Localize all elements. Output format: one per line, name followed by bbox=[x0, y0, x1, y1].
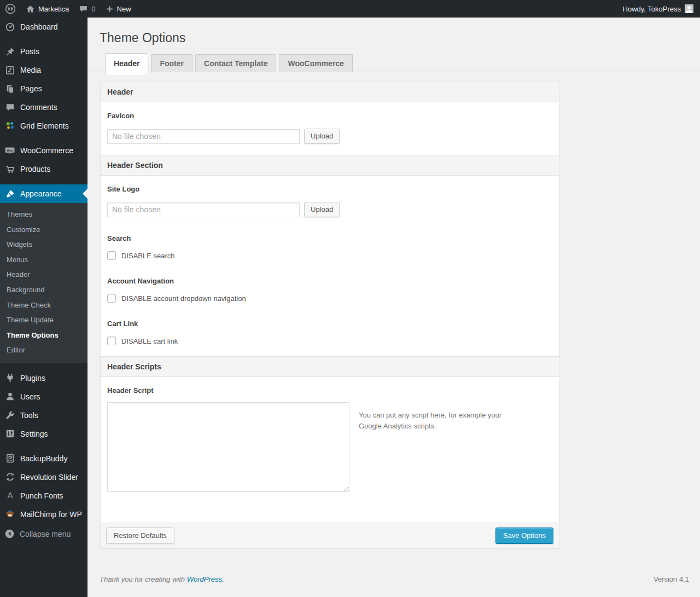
sidebar-item-settings[interactable]: Settings bbox=[0, 425, 88, 443]
sidebar-item-grid-elements[interactable]: Grid Elements bbox=[0, 117, 88, 135]
favicon-field: Favicon Upload bbox=[107, 112, 548, 144]
submenu-item-header[interactable]: Header bbox=[0, 267, 88, 282]
theme-options-panel: Header Favicon Upload Header Section Sit… bbox=[100, 82, 559, 549]
grid-elements-icon bbox=[4, 120, 15, 131]
plus-icon bbox=[106, 5, 114, 13]
disable-search-checkbox[interactable] bbox=[107, 251, 116, 260]
sidebar-item-backupbuddy[interactable]: BackupBuddy bbox=[0, 449, 88, 468]
menu-separator bbox=[0, 178, 88, 184]
disable-account-navigation-label[interactable]: DISABLE account dropdown navigation bbox=[121, 294, 246, 303]
sidebar-item-products[interactable]: Products bbox=[0, 160, 88, 178]
sidebar-item-revolution-slider[interactable]: Revolution Slider bbox=[0, 468, 88, 486]
tab-contact-template[interactable]: Contact Template bbox=[195, 54, 276, 72]
account-navigation-field: Account Navigation DISABLE account dropd… bbox=[107, 277, 548, 303]
new-content-menu[interactable]: New bbox=[101, 0, 136, 18]
sidebar-item-comments[interactable]: Comments bbox=[0, 98, 88, 117]
sidebar-item-woocommerce[interactable]: Woo WooCommerce bbox=[0, 141, 88, 160]
sidebar-item-dashboard[interactable]: Dashboard bbox=[0, 18, 88, 36]
disable-account-navigation-checkbox[interactable] bbox=[107, 294, 116, 303]
svg-text:A: A bbox=[7, 491, 13, 500]
menu-separator bbox=[0, 135, 88, 141]
submenu-label: Themes bbox=[7, 210, 32, 218]
howdy-text: Howdy, TokoPress bbox=[623, 5, 681, 13]
submenu-item-background[interactable]: Background bbox=[0, 282, 88, 298]
backup-box-icon bbox=[4, 453, 15, 464]
section-header-section-title: Header Section bbox=[101, 155, 559, 176]
footer-thanks-text: Thank you for creating with WordPress. bbox=[100, 575, 224, 583]
sidebar-item-posts[interactable]: Posts bbox=[0, 42, 88, 61]
section-header-title: Header bbox=[101, 82, 559, 102]
menu-separator bbox=[0, 36, 88, 42]
restore-defaults-button[interactable]: Restore Defaults bbox=[106, 528, 174, 544]
site-logo-file-input[interactable] bbox=[107, 202, 300, 217]
dashboard-icon bbox=[4, 21, 15, 32]
collapse-menu-button[interactable]: Collapse menu bbox=[0, 525, 88, 543]
section-header-section-body: Site Logo Upload Search DISABLE search A… bbox=[101, 176, 559, 356]
sidebar-item-label: Posts bbox=[20, 47, 39, 56]
wordpress-logo-icon bbox=[5, 3, 16, 14]
search-field: Search DISABLE search bbox=[107, 234, 548, 260]
sidebar-item-label: Users bbox=[20, 392, 40, 401]
sidebar-item-label: WooCommerce bbox=[20, 146, 73, 155]
submenu-label: Editor bbox=[7, 346, 25, 354]
sidebar-item-plugins[interactable]: Plugins bbox=[0, 369, 88, 387]
plugin-icon bbox=[4, 373, 15, 384]
new-label: New bbox=[117, 5, 131, 13]
appearance-brush-icon bbox=[4, 188, 15, 199]
favicon-label: Favicon bbox=[107, 112, 548, 120]
footer-version: Version 4.1 bbox=[654, 575, 689, 583]
submenu-label: Theme Update bbox=[7, 316, 54, 324]
footer-thanks-prefix: Thank you for creating with bbox=[100, 575, 187, 583]
submenu-item-theme-check[interactable]: Theme Check bbox=[0, 298, 88, 313]
tab-footer[interactable]: Footer bbox=[151, 54, 192, 72]
sidebar-item-media[interactable]: Media bbox=[0, 61, 88, 79]
admin-bar: Marketica 0 New Howdy, TokoPress bbox=[0, 0, 700, 18]
header-script-textarea[interactable] bbox=[107, 402, 349, 492]
section-header-scripts-title: Header Scripts bbox=[101, 356, 559, 377]
submenu-item-theme-options[interactable]: Theme Options bbox=[0, 328, 88, 343]
comments-count: 0 bbox=[91, 5, 95, 13]
submenu-item-menus[interactable]: Menus bbox=[0, 252, 88, 268]
account-navigation-label: Account Navigation bbox=[107, 277, 548, 286]
sidebar-item-mailchimp[interactable]: MailChimp for WP bbox=[0, 505, 88, 524]
sidebar-item-label: Products bbox=[20, 165, 50, 173]
submenu-label: Background bbox=[7, 286, 44, 294]
submenu-item-theme-update[interactable]: Theme Update bbox=[0, 312, 88, 328]
site-logo-upload-button[interactable]: Upload bbox=[304, 202, 340, 217]
appearance-submenu: Themes Customize Widgets Menus Header Ba… bbox=[0, 203, 88, 363]
tab-woocommerce[interactable]: WooCommerce bbox=[279, 54, 352, 72]
my-account-menu[interactable]: Howdy, TokoPress bbox=[616, 4, 700, 13]
wordpress-link[interactable]: WordPress. bbox=[187, 575, 224, 583]
disable-cart-link-label[interactable]: DISABLE cart link bbox=[121, 337, 178, 345]
site-link[interactable]: Marketica bbox=[21, 0, 74, 18]
site-logo-label: Site Logo bbox=[107, 185, 548, 194]
comments-admin-bar[interactable]: 0 bbox=[74, 0, 100, 18]
submenu-label: Menus bbox=[7, 256, 28, 264]
sidebar-item-label: Dashboard bbox=[20, 22, 58, 31]
save-options-button[interactable]: Save Options bbox=[495, 528, 553, 544]
sidebar-item-label: BackupBuddy bbox=[20, 454, 67, 463]
sidebar-item-users[interactable]: Users bbox=[0, 387, 88, 406]
disable-search-label[interactable]: DISABLE search bbox=[121, 252, 175, 260]
submenu-item-widgets[interactable]: Widgets bbox=[0, 237, 88, 252]
wrench-icon bbox=[4, 410, 15, 421]
favicon-upload-button[interactable]: Upload bbox=[304, 129, 340, 144]
sidebar-item-pages[interactable]: Pages bbox=[0, 79, 88, 98]
tab-header[interactable]: Header bbox=[105, 53, 148, 75]
user-icon bbox=[4, 391, 15, 402]
menu-separator bbox=[0, 443, 88, 449]
disable-cart-link-checkbox[interactable] bbox=[107, 337, 116, 345]
sidebar-item-appearance[interactable]: Appearance bbox=[0, 184, 88, 203]
submenu-item-themes[interactable]: Themes bbox=[0, 207, 88, 222]
sidebar-item-label: Media bbox=[20, 66, 41, 74]
submenu-item-customize[interactable]: Customize bbox=[0, 222, 88, 237]
wordpress-logo-menu[interactable] bbox=[0, 0, 21, 18]
favicon-file-input[interactable] bbox=[107, 129, 300, 144]
sidebar-item-punch-fonts[interactable]: A Punch Fonts bbox=[0, 486, 88, 505]
svg-text:Woo: Woo bbox=[7, 149, 14, 152]
sidebar-item-tools[interactable]: Tools bbox=[0, 406, 88, 425]
submenu-item-editor[interactable]: Editor bbox=[0, 343, 88, 358]
sidebar-item-label: Revolution Slider bbox=[20, 473, 78, 482]
pages-icon bbox=[4, 83, 15, 94]
woocommerce-badge-icon: Woo bbox=[4, 145, 15, 156]
